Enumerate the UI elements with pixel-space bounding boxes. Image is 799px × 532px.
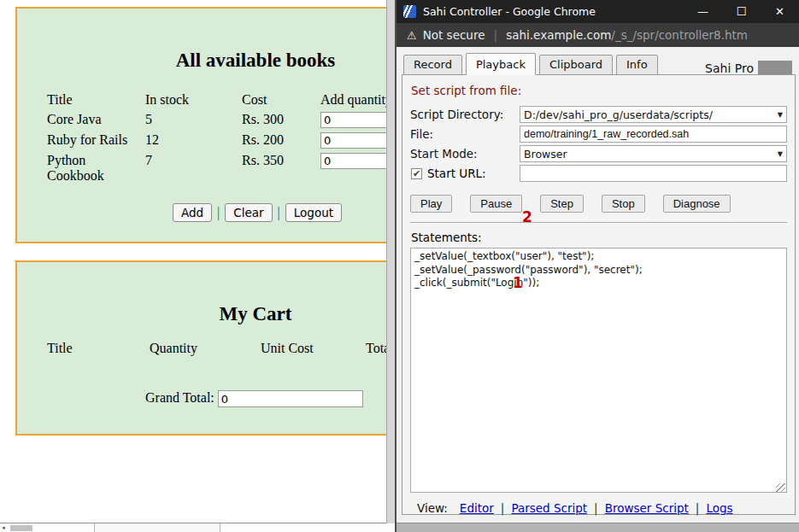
col-stock: In stock xyxy=(145,91,242,111)
script-directory-row: Script Directory: D:/dev/sahi_pro_g/user… xyxy=(410,106,787,123)
maximize-button[interactable]: ☐ xyxy=(722,0,761,23)
scrollbar-thumb[interactable] xyxy=(10,525,32,531)
link-separator: | xyxy=(594,501,598,515)
grand-total-label: Grand Total: xyxy=(145,390,214,405)
brand-area: Sahi Pro xyxy=(705,61,792,75)
col-quantity: Quantity xyxy=(150,341,261,356)
start-mode-select[interactable]: Browser ▼ xyxy=(520,145,787,162)
books-header-row: Title In stock Cost Add quantity xyxy=(47,91,423,111)
link-separator: | xyxy=(696,501,700,515)
address-host: sahi.example.com xyxy=(506,28,611,42)
screen: All available books Title In stock Cost … xyxy=(0,0,799,532)
grand-total-input[interactable] xyxy=(218,390,363,407)
address-path: /_s_/spr/controller8.htm xyxy=(611,28,748,42)
warning-icon: ⚠ xyxy=(407,29,417,42)
tab-clipboard[interactable]: Clipboard xyxy=(539,55,613,75)
minimize-button[interactable]: — xyxy=(684,0,722,23)
scroll-left-arrow-icon[interactable]: ◄ xyxy=(1,525,6,530)
statements-label: Statements: xyxy=(411,231,787,244)
play-button[interactable]: Play xyxy=(410,195,452,213)
vertical-scrollbar[interactable] xyxy=(386,0,395,523)
view-link-logs[interactable]: Logs xyxy=(706,501,732,515)
horizontal-scrollbar[interactable]: ◄ xyxy=(0,523,395,532)
start-url-label: Start URL: xyxy=(427,167,520,180)
address-bar[interactable]: ⚠ Not secure | sahi.example.com/_s_/spr/… xyxy=(397,23,799,47)
book-cost: Rs. 350 xyxy=(242,152,320,172)
start-url-input[interactable] xyxy=(520,165,787,182)
file-input[interactable] xyxy=(520,126,787,143)
grand-total-row: Grand Total: xyxy=(145,390,363,407)
cart-header-row: Title Quantity Unit Cost Total xyxy=(47,341,434,356)
book-title: Core Java xyxy=(47,111,145,131)
step-button[interactable]: Step xyxy=(540,195,584,213)
statements-textarea[interactable]: _setValue(_textbox("user"), "test"); _se… xyxy=(410,248,787,493)
book-stock: 5 xyxy=(145,111,242,131)
start-url-checkbox[interactable]: ✔ xyxy=(411,168,422,179)
statements-wrap: _setValue(_textbox("user"), "test"); _se… xyxy=(410,248,787,496)
file-row: File: xyxy=(410,126,787,143)
stop-button[interactable]: Stop xyxy=(602,195,645,213)
window-titlebar[interactable]: Sahi Controller - Google Chrome — ☐ ✕ xyxy=(397,0,799,23)
file-label: File: xyxy=(410,127,520,141)
not-secure-label: Not secure xyxy=(423,28,485,42)
view-link-editor[interactable]: Editor xyxy=(460,501,494,515)
table-row: Python Cookbook 7 Rs. 350 xyxy=(47,152,423,187)
col-title: Title xyxy=(47,91,145,111)
address-separator: | xyxy=(493,28,497,42)
script-directory-value: D:/dev/sahi_pro_g/userdata/scripts/ xyxy=(524,108,713,121)
book-title: Python Cookbook xyxy=(47,152,115,187)
window-bottom-edge xyxy=(397,523,799,532)
view-label: View: xyxy=(417,501,448,515)
chevron-down-icon: ▼ xyxy=(778,150,783,158)
col-cost: Cost xyxy=(242,91,320,111)
button-separator: | xyxy=(278,205,280,219)
link-separator: | xyxy=(501,501,505,515)
sahi-logo-icon xyxy=(403,5,416,18)
sahi-pro-logo xyxy=(758,61,792,75)
divider xyxy=(410,222,787,223)
book-stock: 12 xyxy=(145,132,242,151)
pause-button[interactable]: Pause xyxy=(470,195,522,213)
tab-record[interactable]: Record xyxy=(403,55,462,75)
book-title: Ruby for Rails xyxy=(47,132,145,151)
tab-info[interactable]: Info xyxy=(616,55,658,75)
book-stock: 7 xyxy=(145,152,242,172)
script-directory-label: Script Directory: xyxy=(410,108,520,121)
clear-button[interactable]: Clear xyxy=(225,203,272,222)
book-cost: Rs. 300 xyxy=(242,111,320,131)
playback-panel: Set script from file: Script Directory: … xyxy=(402,74,796,515)
start-mode-label: Start Mode: xyxy=(410,147,520,161)
chevron-down-icon: ▼ xyxy=(778,111,783,119)
scrollbar-track-segment xyxy=(94,523,220,532)
diagnose-button[interactable]: Diagnose xyxy=(663,195,731,213)
start-mode-value: Browser xyxy=(524,148,567,161)
view-link-browser-script[interactable]: Browser Script xyxy=(605,501,689,515)
controller-tabs: Record Playback Clipboard Info Sahi Pro xyxy=(403,54,792,75)
close-button[interactable]: ✕ xyxy=(761,0,799,23)
button-separator: | xyxy=(217,205,220,219)
annotation-step-marker: 2 xyxy=(522,208,532,225)
books-page: All available books Title In stock Cost … xyxy=(0,0,395,532)
sahi-pro-label: Sahi Pro xyxy=(705,61,754,75)
add-button[interactable]: Add xyxy=(173,203,212,222)
book-cost: Rs. 200 xyxy=(242,132,320,151)
tab-playback[interactable]: Playback xyxy=(466,53,536,75)
section-title: Set script from file: xyxy=(411,84,787,97)
cart-table: Title Quantity Unit Cost Total xyxy=(47,341,434,356)
logout-button[interactable]: Logout xyxy=(285,203,342,222)
col-title: Title xyxy=(47,341,150,356)
playback-buttons: Play Pause Step Stop Diagnose xyxy=(410,195,787,213)
window-title: Sahi Controller - Google Chrome xyxy=(423,5,684,18)
resize-handle[interactable] xyxy=(776,483,785,493)
table-row: Ruby for Rails 12 Rs. 200 xyxy=(47,132,423,152)
annotation-statement-marker: 1 xyxy=(513,274,523,291)
script-directory-select[interactable]: D:/dev/sahi_pro_g/userdata/scripts/ ▼ xyxy=(520,106,787,123)
window-controls: — ☐ ✕ xyxy=(684,0,799,23)
start-mode-row: Start Mode: Browser ▼ xyxy=(410,145,787,162)
table-row: Core Java 5 Rs. 300 xyxy=(47,111,423,132)
books-table: Title In stock Cost Add quantity Core Ja… xyxy=(47,91,423,187)
view-row: View: Editor | Parsed Script | Browser S… xyxy=(410,501,787,515)
sahi-controller-window: Sahi Controller - Google Chrome — ☐ ✕ ⚠ … xyxy=(395,0,799,532)
start-url-row: ✔ Start URL: xyxy=(410,165,787,182)
view-link-parsed-script[interactable]: Parsed Script xyxy=(511,501,587,515)
